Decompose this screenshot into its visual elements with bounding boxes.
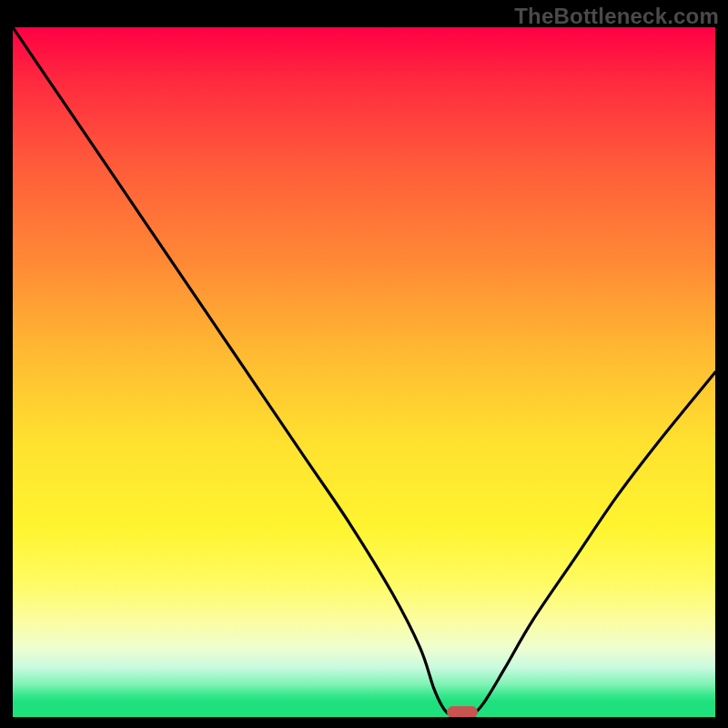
chart-frame: TheBottleneck.com: [0, 0, 728, 728]
plot-area: [13, 27, 715, 717]
bottleneck-curve: [13, 27, 715, 717]
watermark-text: TheBottleneck.com: [514, 4, 719, 29]
optimal-marker: [447, 706, 478, 717]
curve-path: [13, 27, 715, 717]
